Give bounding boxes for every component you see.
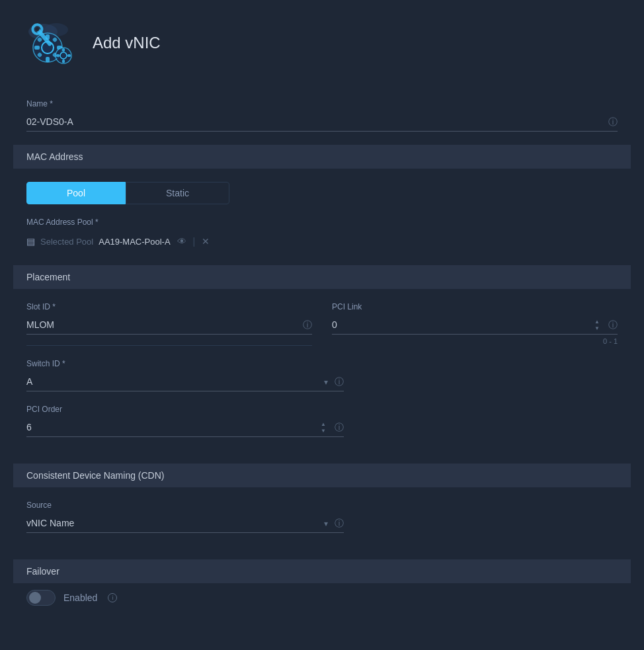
pci-link-spinner-controls: ▲ ▼ bbox=[592, 319, 602, 332]
cdn-content: Source vNIC Name User Defined ▾ ⓘ bbox=[13, 487, 631, 546]
cdn-source-field: Source vNIC Name User Defined ▾ ⓘ bbox=[26, 501, 344, 533]
pci-order-down-button[interactable]: ▼ bbox=[319, 428, 328, 434]
mac-pool-label: MAC Address Pool * bbox=[26, 218, 618, 227]
mac-toggle-group: Pool Static bbox=[26, 182, 618, 204]
svg-rect-19 bbox=[56, 54, 60, 57]
name-input-wrapper: ⓘ bbox=[26, 112, 618, 132]
pci-link-info-icon[interactable]: ⓘ bbox=[608, 319, 618, 331]
cdn-source-select[interactable]: vNIC Name User Defined bbox=[26, 514, 344, 533]
switch-id-select-wrapper: A B ▾ ⓘ bbox=[26, 372, 344, 391]
pci-order-input[interactable] bbox=[26, 418, 344, 437]
placement-grid: Slot ID * ⓘ PCI Link bbox=[26, 302, 618, 346]
slot-id-field: Slot ID * ⓘ bbox=[26, 302, 312, 346]
pool-value-row: ▤ Selected Pool AA19-MAC-Pool-A 👁 | ✕ bbox=[26, 231, 618, 252]
name-section: Name * ⓘ bbox=[13, 93, 631, 145]
cdn-section: Consistent Device Naming (CDN) Source vN… bbox=[13, 464, 631, 546]
pool-clear-button[interactable]: ✕ bbox=[200, 235, 211, 248]
pci-link-down-button[interactable]: ▼ bbox=[592, 325, 602, 332]
pci-link-field: PCI Link ▲ ▼ ⓘ 0 - 1 bbox=[332, 302, 618, 346]
pool-divider: | bbox=[193, 236, 196, 247]
database-icon: ▤ bbox=[26, 236, 35, 247]
cdn-source-select-wrapper: vNIC Name User Defined ▾ ⓘ bbox=[26, 514, 344, 533]
pci-order-up-button[interactable]: ▲ bbox=[319, 421, 328, 428]
svg-rect-20 bbox=[67, 54, 71, 57]
switch-id-info-icon[interactable]: ⓘ bbox=[335, 376, 344, 388]
cdn-source-info-icon[interactable]: ⓘ bbox=[335, 518, 344, 530]
name-info-icon[interactable]: ⓘ bbox=[608, 116, 618, 128]
placement-section: Placement Slot ID * ⓘ bbox=[13, 265, 631, 450]
failover-section: Failover Enabled i bbox=[13, 559, 631, 619]
page-header: Add vNIC bbox=[13, 13, 631, 73]
cdn-source-label: Source bbox=[26, 501, 344, 510]
svg-rect-17 bbox=[62, 48, 65, 52]
slot-id-label: Slot ID * bbox=[26, 302, 312, 311]
pci-order-spinner-controls: ▲ ▼ bbox=[319, 421, 328, 434]
placement-header: Placement bbox=[13, 265, 631, 289]
svg-rect-18 bbox=[62, 60, 65, 63]
page: Add vNIC Name * ⓘ MAC Address Pool Stati… bbox=[0, 0, 644, 645]
pci-link-up-button[interactable]: ▲ bbox=[592, 319, 602, 325]
pool-selected-label: Selected Pool bbox=[40, 237, 93, 247]
mac-address-pool-field: MAC Address Pool * ▤ Selected Pool AA19-… bbox=[26, 218, 618, 252]
svg-point-16 bbox=[60, 52, 67, 59]
pool-name-value: AA19-MAC-Pool-A bbox=[99, 237, 170, 247]
static-toggle-button[interactable]: Static bbox=[126, 182, 229, 204]
failover-toggle[interactable] bbox=[26, 590, 56, 606]
vnic-icon bbox=[20, 13, 79, 73]
pci-link-label: PCI Link bbox=[332, 302, 618, 311]
slot-id-input[interactable] bbox=[26, 315, 312, 335]
pci-link-spinner-wrapper: ▲ ▼ ⓘ bbox=[332, 315, 618, 335]
mac-address-content: Pool Static MAC Address Pool * ▤ Selecte… bbox=[13, 169, 631, 265]
pci-order-spinner-wrapper: ▲ ▼ ⓘ bbox=[26, 418, 344, 437]
pci-link-input[interactable] bbox=[332, 315, 618, 335]
pci-order-info-icon[interactable]: ⓘ bbox=[335, 422, 344, 434]
failover-info-icon[interactable]: i bbox=[108, 593, 117, 602]
failover-toggle-container: Enabled i bbox=[13, 583, 631, 619]
svg-rect-6 bbox=[34, 46, 40, 50]
placement-content: Slot ID * ⓘ PCI Link bbox=[13, 289, 631, 450]
failover-header: Failover bbox=[13, 559, 631, 583]
mac-address-header: MAC Address bbox=[13, 145, 631, 169]
mac-address-section: MAC Address Pool Static MAC Address Pool… bbox=[13, 145, 631, 265]
slot-id-input-wrapper: ⓘ bbox=[26, 315, 312, 346]
name-input[interactable] bbox=[26, 112, 618, 132]
pci-order-label: PCI Order bbox=[26, 405, 344, 414]
switch-id-field: Switch ID * A B ▾ ⓘ bbox=[26, 359, 344, 391]
pci-order-field: PCI Order ▲ ▼ ⓘ bbox=[26, 405, 344, 437]
failover-slider bbox=[26, 590, 56, 606]
pci-link-range-hint: 0 - 1 bbox=[332, 337, 618, 345]
switch-id-label: Switch ID * bbox=[26, 359, 344, 368]
name-label: Name * bbox=[26, 99, 618, 108]
switch-id-select[interactable]: A B bbox=[26, 372, 344, 391]
failover-enabled-label: Enabled bbox=[63, 592, 97, 603]
page-title: Add vNIC bbox=[93, 34, 161, 52]
pool-actions: 👁 | ✕ bbox=[176, 235, 212, 248]
cdn-header: Consistent Device Naming (CDN) bbox=[13, 464, 631, 487]
pool-toggle-button[interactable]: Pool bbox=[26, 182, 126, 204]
pool-eye-button[interactable]: 👁 bbox=[176, 235, 188, 248]
slot-id-info-icon[interactable]: ⓘ bbox=[303, 319, 312, 331]
svg-rect-5 bbox=[46, 57, 50, 62]
